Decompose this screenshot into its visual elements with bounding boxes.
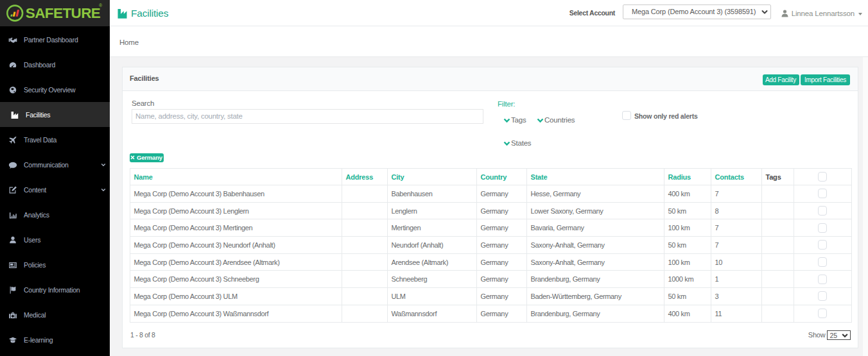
svg-text:SAFETURE: SAFETURE	[26, 5, 101, 21]
svg-text:®: ®	[99, 3, 103, 8]
